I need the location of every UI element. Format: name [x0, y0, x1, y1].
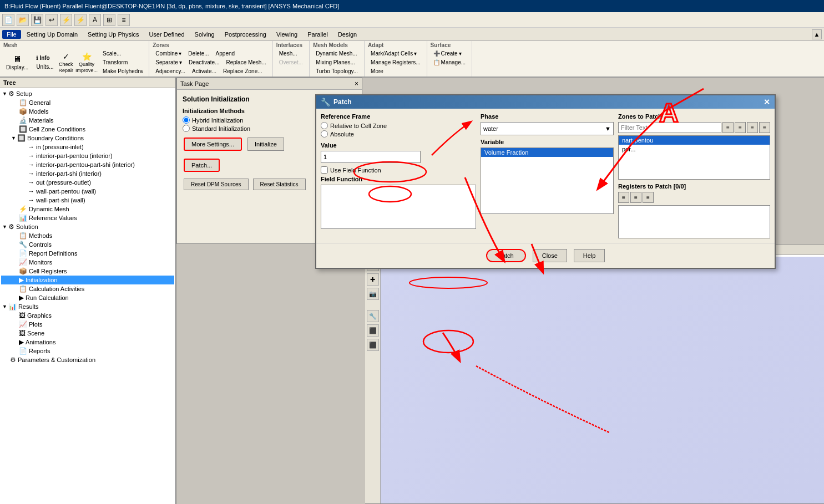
ribbon-dynamic-mesh-btn[interactable]: Dynamic Mesh... [313, 49, 361, 58]
ribbon-manage-registers-btn[interactable]: Manage Registers... [368, 58, 423, 67]
ribbon-manage-surface-btn[interactable]: 📋 Manage... [431, 58, 468, 67]
tree-arrow-icon[interactable]: ▼ [2, 91, 7, 96]
tree-item[interactable]: 📋Methods [1, 231, 174, 240]
qa-grid[interactable]: ⊞ [103, 14, 115, 26]
ribbon-units-btn[interactable]: Units... [33, 63, 56, 71]
ribbon-mark-adapt-btn[interactable]: Mark/Adapt Cells ▾ [368, 49, 423, 58]
patch-close-btn[interactable]: Close [533, 249, 567, 262]
ribbon-adjacency-btn[interactable]: Adjacency... [153, 67, 188, 75]
menu-design[interactable]: Design [333, 30, 361, 39]
tree-item[interactable]: →wall-part-pentou (wall) [1, 187, 174, 196]
ribbon-append-btn[interactable]: Append [213, 49, 237, 58]
zones-filter-regex-btn[interactable]: ≡ [759, 122, 770, 133]
qa-ansys[interactable]: A [89, 14, 101, 26]
menu-setting-up-domain[interactable]: Setting Up Domain [22, 30, 82, 39]
menu-solving[interactable]: Solving [190, 30, 219, 39]
registers-filter-btn3[interactable]: ≡ [643, 192, 654, 203]
tree-item[interactable]: 📦Models [1, 107, 174, 116]
zones-filter-invert-btn[interactable]: ≡ [747, 122, 758, 133]
ribbon-polyhedra-btn[interactable]: Make Polyhedra [100, 67, 145, 75]
patch-btn[interactable]: Patch... [184, 159, 220, 172]
value-input[interactable] [321, 151, 421, 163]
patch-action-btn[interactable]: Patch [486, 249, 526, 262]
ribbon-adapt-more-btn[interactable]: More [368, 67, 423, 75]
tree-item[interactable]: →in (pressure-inlet) [1, 142, 174, 151]
tree-item[interactable]: 🔬Materials [1, 116, 174, 125]
tree-item[interactable]: →out (pressure-outlet) [1, 178, 174, 187]
viewport-tool2-btn[interactable]: ⬛ [367, 324, 379, 337]
tree-item[interactable]: 📈Monitors [1, 258, 174, 267]
tree-item[interactable]: ▶Animations [1, 338, 174, 347]
ribbon-overset-btn[interactable]: Overset... [276, 58, 306, 67]
qa-undo[interactable]: ↩ [46, 14, 58, 26]
tree-item[interactable]: 📋Calculation Activities [1, 284, 174, 293]
tree-item[interactable]: 🔲Cell Zone Conditions [1, 125, 174, 134]
ribbon-display-btn[interactable]: 🖥 Display... [3, 53, 31, 72]
tree-item[interactable]: 🖼Scene [1, 329, 174, 338]
tree-arrow-icon[interactable]: ▼ [2, 224, 7, 230]
ribbon-combine-btn[interactable]: Combine ▾ [153, 49, 184, 58]
more-settings-btn[interactable]: More Settings... [184, 138, 242, 151]
variable-volume-fraction[interactable]: Volume Fraction [481, 148, 613, 157]
menu-parallel[interactable]: Parallel [303, 30, 332, 39]
tree-item[interactable]: 📊Reference Values [1, 213, 174, 222]
tree-arrow-icon[interactable]: ▼ [11, 135, 16, 141]
qa-new[interactable]: 📄 [2, 14, 14, 26]
tree-item[interactable]: ⚡Dynamic Mesh [1, 205, 174, 213]
tree-item[interactable]: ▼⚙Solution [1, 222, 174, 231]
tree-item[interactable]: →interior-part-pentou (interior) [1, 151, 174, 160]
reset-dpm-sources-btn[interactable]: Reset DPM Sources [184, 179, 249, 190]
qa-save[interactable]: 💾 [31, 14, 43, 26]
zone-nart-pentou[interactable]: nart-pentou [619, 136, 770, 145]
tree-item[interactable]: 📋General [1, 98, 174, 107]
ribbon-collapse-btn[interactable]: ▲ [812, 29, 822, 39]
ribbon-separate-btn[interactable]: Separate ▾ [153, 58, 185, 67]
zones-to-patch-listbox[interactable]: nart-pentou por... [618, 135, 770, 180]
repair-label[interactable]: Repair [59, 68, 74, 73]
ribbon-delete-btn[interactable]: Delete... [185, 49, 211, 58]
tree-item[interactable]: 📈Plots [1, 320, 174, 329]
qa-redo[interactable]: ⚡ [60, 14, 72, 26]
zones-filter-select-all-btn[interactable]: ≡ [722, 122, 734, 133]
menu-user-defined[interactable]: User Defined [144, 30, 189, 39]
registers-filter-btn2[interactable]: ≡ [630, 192, 641, 203]
registers-filter-btn1[interactable]: ≡ [618, 192, 629, 203]
variable-listbox[interactable]: Volume Fraction [481, 147, 614, 214]
ribbon-mixing-planes-btn[interactable]: Mixing Planes... [313, 58, 361, 67]
ribbon-mesh-interface-btn[interactable]: Mesh... [276, 49, 306, 58]
hybrid-init-radio[interactable] [183, 116, 190, 124]
tree-item[interactable]: ⚙Parameters & Customization [1, 355, 174, 364]
tree-item[interactable]: ▶Run Calculation [1, 293, 174, 302]
tree-item[interactable]: →interior-part-pentou-part-shi (interior… [1, 160, 174, 169]
tree-item[interactable]: →interior-part-shi (interior) [1, 169, 174, 178]
viewport-camera-btn[interactable]: 📷 [367, 288, 379, 300]
ribbon-replace-zone-btn[interactable]: Replace Zone... [220, 67, 265, 75]
zone-por[interactable]: por... [619, 145, 770, 154]
viewport-fit-btn[interactable]: ✚ [367, 273, 379, 286]
qa-settings[interactable]: ≡ [118, 14, 130, 26]
menu-viewing[interactable]: Viewing [272, 30, 302, 39]
tree-item[interactable]: ▶Initialization [1, 276, 174, 284]
quality-label[interactable]: Quality [79, 62, 94, 67]
tree-item[interactable]: 📄Reports [1, 347, 174, 355]
menu-setting-up-physics[interactable]: Setting Up Physics [83, 30, 143, 39]
ribbon-transform-btn[interactable]: Transform [100, 58, 145, 67]
tree-item[interactable]: ▼📊Results [1, 302, 174, 311]
tree-item[interactable]: ▼⚙Setup [1, 89, 174, 98]
patch-help-btn[interactable]: Help [574, 249, 605, 262]
initialize-btn[interactable]: Initialize [247, 138, 284, 151]
phase-selector[interactable]: water ▼ [481, 122, 614, 135]
viewport-tool3-btn[interactable]: ⬛ [367, 339, 379, 351]
check-label[interactable]: Check [59, 62, 73, 67]
menu-postprocessing[interactable]: Postprocessing [220, 30, 271, 39]
ribbon-info-btn[interactable]: ℹ Info [33, 54, 56, 62]
ribbon-deactivate-btn[interactable]: Deactivate... [186, 58, 223, 67]
ribbon-activate-btn[interactable]: Activate... [189, 67, 219, 75]
tree-item[interactable]: →wall-part-shi (wall) [1, 196, 174, 205]
zones-filter-input[interactable] [618, 122, 721, 133]
registers-to-patch-listbox[interactable] [618, 205, 770, 238]
viewport-tool1-btn[interactable]: 🔧 [367, 310, 379, 322]
use-field-function-checkbox[interactable] [321, 166, 328, 174]
tree-arrow-icon[interactable]: ▼ [2, 304, 7, 309]
field-function-listbox[interactable] [321, 185, 476, 229]
